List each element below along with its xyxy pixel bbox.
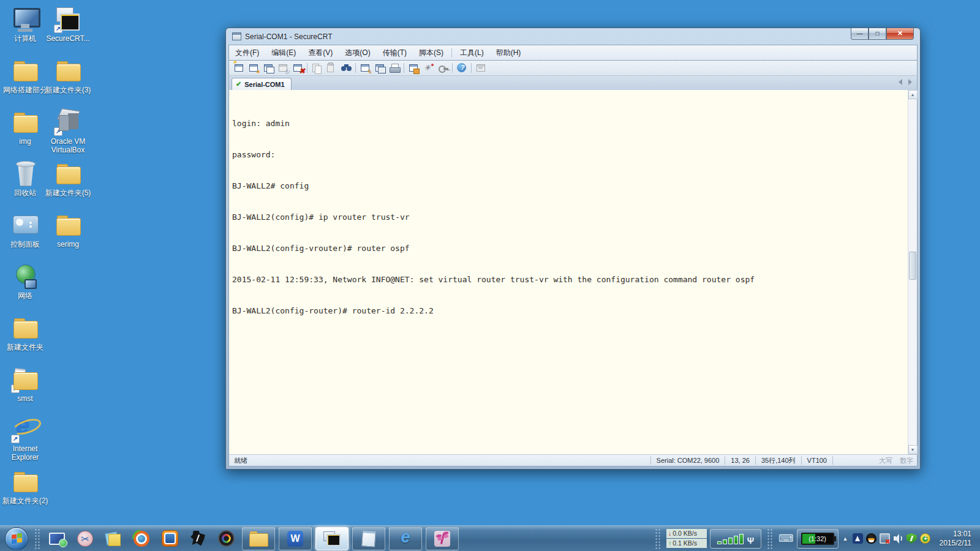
folder-icon xyxy=(11,313,39,342)
print-button[interactable] xyxy=(387,61,402,75)
camera-icon xyxy=(218,530,235,547)
desktop-icon-virtualbox[interactable]: Oracle VM VirtualBox xyxy=(43,108,93,154)
desktop-icon-new-folder-3[interactable]: 新建文件夹(3) xyxy=(43,56,93,94)
pinned-screen-recorder[interactable] xyxy=(127,527,156,551)
print-preview-button[interactable] xyxy=(372,61,387,75)
taskbar-separator xyxy=(34,528,40,549)
taskbar-securecrt[interactable] xyxy=(315,527,349,550)
desktop-icon-smst[interactable]: smst xyxy=(0,365,50,403)
terminal-line: BJ-WALL2# config xyxy=(232,181,907,191)
pinned-vmware[interactable] xyxy=(156,527,184,551)
download-arrow-icon: ↓ xyxy=(668,529,671,538)
tab-scroll-left-icon[interactable] xyxy=(899,79,902,85)
tray-app-icon[interactable] xyxy=(853,533,863,544)
desktop-icon-label: SecureCRT... xyxy=(43,34,92,43)
security-shield-icon[interactable] xyxy=(907,533,917,544)
scroll-up-icon[interactable]: ▲ xyxy=(908,90,918,99)
menu-view[interactable]: 查看(V) xyxy=(302,45,339,61)
desktop-icon-internet-explorer[interactable]: Internet Explorer xyxy=(0,415,50,462)
keymap-editor-button[interactable] xyxy=(421,61,435,75)
quick-connect-button[interactable] xyxy=(246,61,261,75)
desktop-icon-new-folder-2[interactable]: 新建文件夹(2) xyxy=(0,467,50,505)
qq-icon[interactable] xyxy=(866,533,876,544)
pinned-screenshot-tool[interactable] xyxy=(71,527,99,551)
key-agent-button[interactable] xyxy=(435,61,450,75)
battery-widget[interactable]: (1:32) xyxy=(797,529,839,549)
desktop-icon-serimg-folder[interactable]: serimg xyxy=(43,211,93,249)
menu-transfer[interactable]: 传输(T) xyxy=(377,45,413,61)
session-tabs-icon xyxy=(263,63,274,73)
print-setup-button[interactable] xyxy=(358,61,372,75)
clock-date: 2015/2/11 xyxy=(940,539,972,548)
print-setup-icon xyxy=(360,63,371,73)
keyboard-icon[interactable]: ⌨ xyxy=(778,532,794,545)
menu-tools[interactable]: 工具(L) xyxy=(454,45,490,61)
menu-help[interactable]: 帮助(H) xyxy=(490,45,527,61)
help-icon xyxy=(456,63,467,73)
session-tabs-button[interactable] xyxy=(261,61,276,75)
taskbar-dragonfly-app[interactable] xyxy=(426,527,459,550)
sticky-notes-icon xyxy=(106,531,121,546)
pinned-circuit-tool[interactable] xyxy=(184,527,212,551)
about-button[interactable] xyxy=(473,61,488,75)
tab-scroll-right-icon[interactable] xyxy=(908,79,912,85)
desktop-icon-new-folder-5[interactable]: 新建文件夹(5) xyxy=(43,159,93,197)
quick-connect-icon xyxy=(248,63,259,73)
menu-options[interactable]: 选项(O) xyxy=(339,45,376,61)
paste-button[interactable] xyxy=(324,61,339,75)
pinned-camera-app[interactable] xyxy=(212,527,240,551)
disconnect-icon xyxy=(292,63,303,73)
taskbar-notepad[interactable] xyxy=(352,527,385,550)
menu-file[interactable]: 文件(F) xyxy=(229,45,265,61)
shortcut-arrow-icon xyxy=(54,127,62,136)
signal-strength-widget[interactable]: Ψ xyxy=(710,529,761,549)
connect-button[interactable] xyxy=(232,61,246,75)
net-speed-widget[interactable]: ↓0.0 KB/s ↑0.1 KB/s xyxy=(666,528,707,549)
pinned-remote-desktop[interactable] xyxy=(43,527,71,551)
copy-icon xyxy=(311,63,322,73)
notepad-icon xyxy=(361,530,376,547)
folder-icon xyxy=(54,56,82,84)
scroll-down-icon[interactable]: ▼ xyxy=(908,445,918,454)
copy-button[interactable] xyxy=(309,61,324,75)
pinned-sticky-notes[interactable] xyxy=(99,527,127,551)
desktop-icon-network[interactable]: 网络 xyxy=(0,262,50,300)
session-options-button[interactable] xyxy=(406,61,421,75)
scrollbar-thumb[interactable] xyxy=(909,252,916,280)
desktop-icon-new-folder[interactable]: 新建文件夹 xyxy=(0,313,50,351)
tray-separator xyxy=(655,528,661,549)
desktop-icon-label: 网络 xyxy=(1,291,50,300)
taskbar-internet-explorer[interactable]: e xyxy=(389,527,422,550)
tab-serial-com1[interactable]: ✔ Serial-COM1 xyxy=(232,78,292,90)
vertical-scrollbar[interactable]: ▲ ▼ xyxy=(908,90,917,454)
menu-separator xyxy=(451,48,452,58)
find-button[interactable] xyxy=(339,61,353,75)
start-button[interactable] xyxy=(5,527,28,550)
antivirus-icon[interactable] xyxy=(920,533,930,544)
show-hidden-icons-button[interactable]: ▲ xyxy=(842,536,850,542)
maximize-button[interactable]: □ xyxy=(869,28,886,40)
minimize-button[interactable]: — xyxy=(851,28,869,40)
terminal-output[interactable]: login: admin password: BJ-WALL2# config … xyxy=(229,90,908,454)
help-button[interactable] xyxy=(454,61,469,75)
scrollbar-track[interactable] xyxy=(908,99,918,445)
title-bar[interactable]: Serial-COM1 - SecureCRT — □ ✕ xyxy=(228,28,918,45)
status-caps-lock: 大写 xyxy=(875,456,896,465)
reconnect-button[interactable] xyxy=(276,61,290,75)
taskbar-windows-explorer[interactable] xyxy=(242,527,275,550)
display-status-icon[interactable] xyxy=(880,533,890,544)
volume-icon[interactable] xyxy=(893,533,903,544)
menu-script[interactable]: 脚本(S) xyxy=(413,45,450,61)
taskbar-wps-writer[interactable]: W xyxy=(279,527,312,550)
taskbar-clock[interactable]: 13:01 2015/2/11 xyxy=(933,530,976,548)
menu-edit[interactable]: 编辑(E) xyxy=(265,45,302,61)
disconnect-button[interactable] xyxy=(290,61,305,75)
folder-icon xyxy=(11,56,39,84)
toolbar-separator xyxy=(307,63,307,73)
desktop-icon-securecrt[interactable]: SecureCRT... xyxy=(43,5,93,43)
terminal-line: 2015-02-11 12:59:33, Network INFO@NET: s… xyxy=(232,274,907,285)
internet-explorer-icon: e xyxy=(401,528,410,547)
computer-icon xyxy=(11,5,39,33)
terminal-line: password: xyxy=(232,149,907,160)
close-button[interactable]: ✕ xyxy=(886,28,914,40)
